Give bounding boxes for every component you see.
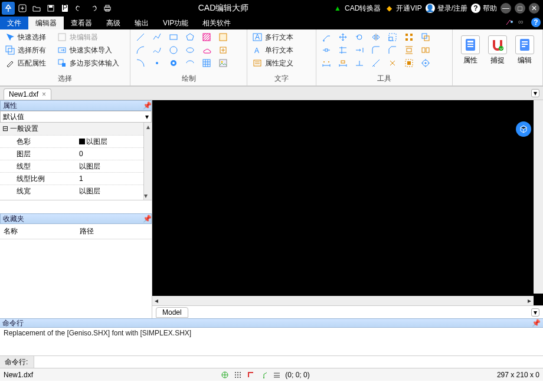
prop-row-linetype[interactable]: 线型以图层 — [0, 160, 152, 172]
prop-row-lineweight[interactable]: 线宽以图层 — [0, 185, 152, 197]
trim-icon[interactable] — [338, 45, 348, 55]
attrdef-button[interactable]: 属性定义 — [252, 58, 293, 68]
redo-icon[interactable] — [87, 2, 100, 15]
cloud-icon[interactable] — [201, 45, 212, 55]
table-draw-icon[interactable] — [201, 58, 212, 68]
open-vip-button[interactable]: ◆开通VIP — [384, 4, 421, 14]
mirror-icon[interactable] — [371, 32, 381, 42]
polygon-entity-input-button[interactable]: 多边形实体输入 — [57, 58, 119, 68]
fav-col-path[interactable]: 路径 — [76, 224, 152, 239]
prop-scrollbar[interactable]: ▴▾ — [143, 123, 152, 200]
help-button[interactable]: ?帮助 — [471, 4, 497, 14]
app-logo-icon[interactable] — [2, 2, 15, 15]
undo-icon[interactable] — [73, 2, 86, 15]
region-icon[interactable] — [218, 32, 228, 42]
fast-entity-import-button[interactable]: 快速实体导入 — [57, 45, 112, 55]
pin-icon[interactable]: 📌 — [143, 215, 149, 223]
hatch-icon[interactable] — [201, 32, 212, 42]
doc-tabs-dropdown[interactable]: ▾ — [531, 89, 539, 97]
circle-icon[interactable] — [168, 45, 179, 55]
fillet-icon[interactable] — [371, 45, 381, 55]
align-icon[interactable] — [404, 45, 414, 55]
arc-icon[interactable] — [135, 45, 146, 55]
print-icon[interactable] — [101, 2, 114, 15]
pdf-export-icon[interactable]: PDF — [58, 2, 71, 15]
prop-section-general[interactable]: ⊟ 一般设置 — [0, 124, 77, 134]
status-ortho-icon[interactable] — [246, 370, 256, 380]
select-all-button[interactable]: 选择所有 — [5, 45, 46, 55]
command-input[interactable] — [34, 356, 543, 368]
new-file-icon[interactable] — [16, 2, 29, 15]
dim2-icon[interactable] — [338, 58, 348, 68]
cad-converter-button[interactable]: ▲CAD转换器 — [333, 4, 381, 14]
move-icon[interactable] — [338, 32, 348, 42]
point-icon[interactable] — [152, 58, 162, 68]
collapse-ribbon-icon[interactable]: ∞ — [518, 18, 528, 27]
style-switch-icon[interactable] — [505, 18, 515, 27]
dim1-icon[interactable] — [321, 58, 332, 68]
model-tabs-dropdown[interactable]: ▾ — [531, 308, 539, 317]
spline-icon[interactable] — [152, 45, 162, 55]
menu-vip[interactable]: VIP功能 — [156, 17, 195, 29]
dim3-icon[interactable] — [354, 58, 365, 68]
view-cube-icon[interactable] — [516, 121, 531, 137]
login-button[interactable]: 👤登录/注册 — [426, 4, 467, 14]
prop-row-color[interactable]: 色彩以图层 — [0, 135, 152, 147]
line-icon[interactable] — [135, 32, 146, 42]
save-icon[interactable] — [44, 2, 57, 15]
extend-icon[interactable] — [354, 45, 365, 55]
menu-viewer[interactable]: 查看器 — [64, 17, 99, 29]
drawing-canvas[interactable]: ◂▸ — [152, 100, 543, 305]
rectangle-icon[interactable] — [168, 32, 179, 42]
arc2-icon[interactable] — [135, 58, 146, 68]
menu-output[interactable]: 输出 — [127, 17, 156, 29]
minimize-button[interactable]: — — [501, 3, 511, 14]
canvas-hscroll[interactable]: ◂▸ — [152, 296, 534, 305]
doc-tab-1[interactable]: New1.dxf × — [4, 88, 51, 100]
command-panel-header[interactable]: 命令行 📌 — [0, 318, 543, 328]
snap-panel-button[interactable]: 捕捉 — [485, 33, 511, 65]
open-folder-icon[interactable] — [30, 2, 43, 15]
polygon-icon[interactable] — [185, 32, 195, 42]
menu-file[interactable]: 文件 — [0, 17, 28, 29]
scale-icon[interactable] — [387, 32, 398, 42]
stext-button[interactable]: A单行文本 — [252, 45, 293, 55]
leader-icon[interactable] — [321, 32, 332, 42]
quick-select-button[interactable]: 快速选择 — [5, 32, 46, 42]
block-editor-button[interactable]: 块编辑器 — [57, 32, 98, 42]
model-tab[interactable]: Model — [156, 307, 188, 318]
array-icon[interactable] — [404, 32, 414, 42]
pin-icon[interactable]: 📌 — [532, 319, 541, 327]
doc-tab-close-icon[interactable]: × — [42, 90, 46, 98]
properties-icon[interactable] — [420, 58, 431, 68]
properties-selector[interactable]: 默认值 ▾ — [0, 111, 152, 123]
ellipse-arc-icon[interactable] — [185, 58, 195, 68]
menu-editor[interactable]: 编辑器 — [28, 17, 64, 29]
favorites-panel-header[interactable]: 收藏夹 📌 — [0, 213, 152, 224]
properties-panel-button[interactable]: 属性 — [457, 33, 483, 65]
properties-panel-header[interactable]: 属性 📌 — [0, 100, 152, 111]
match-properties-button[interactable]: 匹配属性 — [5, 58, 46, 68]
status-globe-icon[interactable] — [220, 370, 230, 380]
canvas-vscroll[interactable] — [534, 100, 543, 294]
menu-advanced[interactable]: 高级 — [99, 17, 127, 29]
donut-icon[interactable] — [168, 58, 179, 68]
prop-row-layer[interactable]: 图层0 — [0, 147, 152, 160]
close-button[interactable]: ✕ — [529, 3, 539, 14]
dim4-icon[interactable] — [371, 58, 381, 68]
offset-icon[interactable] — [420, 32, 431, 42]
prop-row-ltscale[interactable]: 线型比例1 — [0, 172, 152, 185]
join-icon[interactable] — [420, 45, 431, 55]
mtext-button[interactable]: A多行文本 — [252, 32, 293, 42]
polyline-icon[interactable] — [152, 32, 162, 42]
rotate-icon[interactable] — [354, 32, 365, 42]
status-polar-icon[interactable] — [259, 370, 269, 380]
insert-block-icon[interactable] — [218, 45, 228, 55]
edit-panel-button[interactable]: 编辑 — [512, 33, 538, 65]
status-lineweight-icon[interactable] — [272, 370, 282, 380]
break-icon[interactable] — [321, 45, 332, 55]
chamfer-icon[interactable] — [387, 45, 398, 55]
status-grid-icon[interactable] — [233, 370, 243, 380]
menu-related[interactable]: 相关软件 — [195, 17, 238, 29]
pin-icon[interactable]: 📌 — [143, 101, 149, 110]
